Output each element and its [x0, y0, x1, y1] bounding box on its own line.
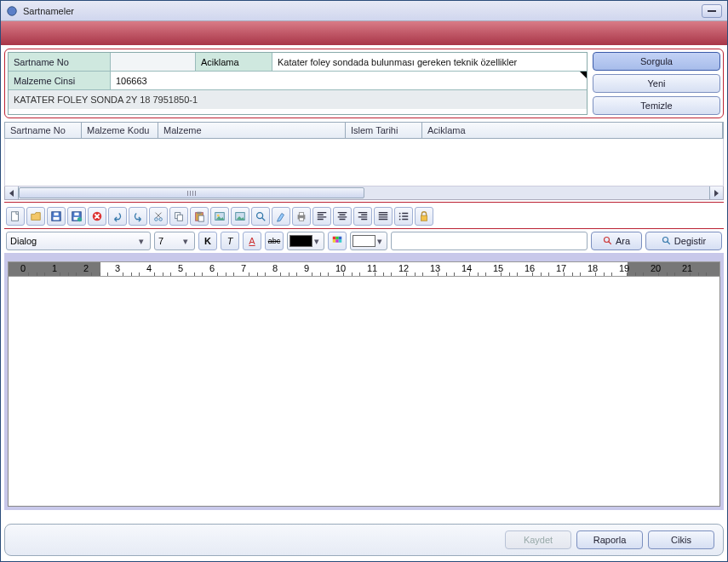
- svg-point-35: [662, 238, 668, 243]
- ruler[interactable]: 0123456789101112131415161718192021: [8, 261, 720, 277]
- ruler-mark: 11: [367, 263, 377, 273]
- aciklama-field[interactable]: Katater foley sondada bulunması gereken …: [272, 53, 587, 71]
- image1-button[interactable]: [210, 207, 229, 226]
- svg-point-18: [217, 215, 220, 217]
- sorgula-button[interactable]: Sorgula: [593, 52, 720, 71]
- sartname-no-field[interactable]: [111, 53, 196, 71]
- size-value: 7: [158, 236, 181, 246]
- ruler-mark: 10: [335, 263, 346, 273]
- save-button[interactable]: [47, 207, 66, 226]
- col-malzeme[interactable]: Malzeme: [158, 123, 346, 138]
- ruler-mark: 4: [146, 263, 152, 273]
- svg-rect-7: [74, 213, 78, 216]
- list-button[interactable]: [394, 207, 413, 226]
- print-button[interactable]: [292, 207, 311, 226]
- delete-button[interactable]: [88, 207, 106, 226]
- underline-button[interactable]: A: [243, 232, 261, 250]
- italic-button[interactable]: T: [221, 232, 239, 250]
- align-justify-button[interactable]: [374, 207, 393, 226]
- find-button[interactable]: [251, 207, 270, 226]
- ruler-mark: 9: [304, 263, 309, 273]
- degistir-button[interactable]: Degistir: [645, 232, 722, 250]
- ruler-mark: 2: [83, 263, 89, 273]
- ruler-mark: 16: [525, 263, 535, 273]
- svg-rect-28: [333, 237, 336, 240]
- svg-rect-33: [339, 239, 342, 243]
- ruler-mark: 3: [115, 263, 120, 273]
- scroll-left-button[interactable]: [5, 186, 19, 199]
- col-aciklama[interactable]: Aciklama: [422, 123, 723, 138]
- ruler-mark: 8: [272, 263, 278, 273]
- svg-point-24: [399, 213, 401, 215]
- bold-button[interactable]: K: [198, 232, 217, 250]
- raporla-button[interactable]: Raporla: [576, 530, 643, 549]
- font-combo[interactable]: Dialog ▾: [6, 232, 151, 250]
- size-combo[interactable]: 7 ▾: [154, 232, 195, 250]
- kaydet-button[interactable]: Kaydet: [505, 530, 571, 549]
- color-picker-button[interactable]: [328, 232, 347, 250]
- svg-rect-3: [54, 217, 60, 221]
- font-value: Dialog: [10, 236, 136, 246]
- redo-button[interactable]: [129, 207, 147, 226]
- cut-button[interactable]: [149, 207, 168, 226]
- grid-scrollbar[interactable]: [4, 186, 724, 200]
- ruler-mark: 1: [52, 263, 57, 273]
- svg-point-20: [257, 213, 263, 219]
- scroll-track[interactable]: [19, 186, 709, 199]
- grid-body[interactable]: [4, 139, 724, 186]
- strike-button[interactable]: abc: [265, 232, 284, 250]
- paste-button[interactable]: [190, 207, 209, 226]
- editor-search-field[interactable]: [391, 232, 588, 250]
- ruler-mark: 17: [556, 263, 566, 273]
- col-islem-tarihi[interactable]: Islem Tarihi: [346, 123, 422, 138]
- side-buttons: Sorgula Yeni Temizle: [593, 52, 720, 115]
- svg-rect-1: [12, 212, 19, 221]
- lock-button[interactable]: [415, 207, 433, 226]
- chevron-down-icon: ▾: [136, 236, 146, 247]
- temizle-button[interactable]: Temizle: [593, 96, 720, 115]
- header-band: [1, 21, 727, 45]
- aciklama-label: Aciklama: [196, 53, 272, 71]
- svg-point-11: [159, 218, 163, 221]
- svg-rect-32: [335, 239, 339, 243]
- image2-button[interactable]: [231, 207, 249, 226]
- col-sartname-no[interactable]: Sartname No: [5, 123, 82, 138]
- save-as-button[interactable]: [67, 207, 86, 226]
- svg-rect-29: [335, 237, 339, 240]
- text-color-combo[interactable]: ▾: [287, 232, 324, 250]
- align-right-button[interactable]: [353, 207, 372, 226]
- chevron-down-icon: ▾: [375, 236, 385, 247]
- ruler-mark: 15: [493, 263, 503, 273]
- svg-rect-16: [198, 215, 203, 221]
- ara-button[interactable]: Ara: [591, 232, 642, 250]
- yeni-button[interactable]: Yeni: [593, 74, 720, 93]
- malzeme-cinsi-field[interactable]: 106663: [111, 72, 587, 89]
- ruler-mark: 21: [682, 263, 692, 273]
- svg-rect-27: [421, 215, 427, 221]
- svg-rect-30: [339, 237, 342, 240]
- text-color-swatch: [289, 235, 312, 247]
- editor-area: 0123456789101112131415161718192021: [4, 253, 724, 510]
- new-doc-button[interactable]: [6, 207, 25, 226]
- cikis-button[interactable]: Cikis: [648, 530, 714, 549]
- svg-point-10: [155, 218, 158, 221]
- col-malzeme-kodu[interactable]: Malzeme Kodu: [82, 123, 158, 138]
- ruler-mark: 5: [178, 263, 183, 273]
- align-center-button[interactable]: [333, 207, 352, 226]
- chevron-down-icon: ▾: [312, 236, 322, 247]
- scroll-right-button[interactable]: [709, 186, 723, 199]
- open-button[interactable]: [26, 207, 45, 226]
- copy-button[interactable]: [169, 207, 188, 226]
- bg-color-combo[interactable]: ▾: [350, 232, 387, 250]
- document-editor[interactable]: [8, 277, 720, 507]
- bg-color-swatch: [353, 235, 375, 247]
- ruler-mark: 6: [209, 263, 215, 273]
- search-panel: Sartname No Aciklama Katater foley sonda…: [4, 49, 724, 118]
- scroll-thumb[interactable]: [19, 187, 364, 198]
- undo-button[interactable]: [108, 207, 127, 226]
- titlebar: Sartnameler: [1, 1, 727, 21]
- highlight-button[interactable]: [272, 207, 290, 226]
- minimize-button[interactable]: [702, 4, 722, 18]
- app-window: Sartnameler Sartname No Aciklama Katater…: [0, 0, 728, 562]
- align-left-button[interactable]: [312, 207, 331, 226]
